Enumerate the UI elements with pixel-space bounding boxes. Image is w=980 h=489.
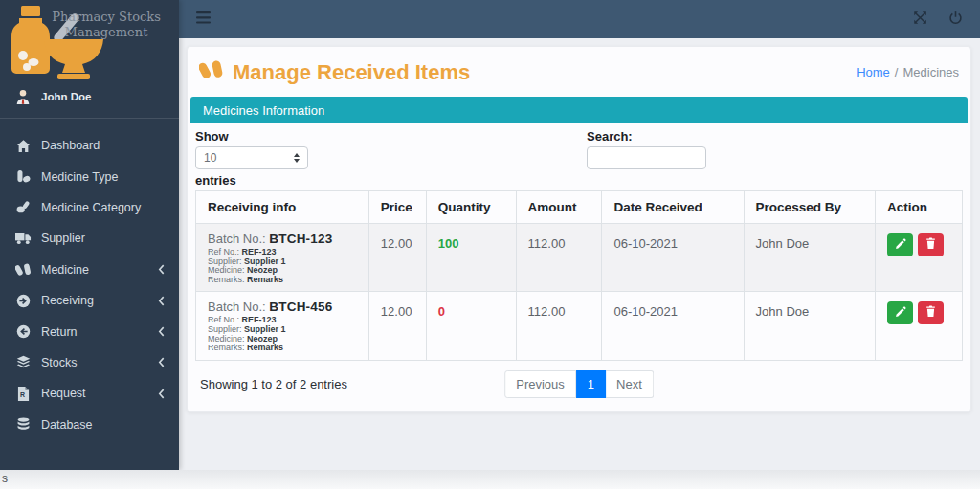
search-control: Search:: [587, 129, 706, 169]
supplier: Supplier 1: [244, 256, 286, 266]
trash-icon: [925, 237, 936, 253]
col-quantity[interactable]: Quantity: [426, 191, 516, 224]
supplier: Supplier 1: [244, 324, 286, 334]
breadcrumb-current: Medicines: [902, 65, 959, 79]
sidebar-item-label: Supplier: [41, 232, 85, 245]
trash-icon: [925, 305, 936, 321]
price-cell: 12.00: [368, 224, 426, 292]
date-received-cell: 06-10-2021: [602, 224, 744, 292]
showing-entries-text: Showing 1 to 2 of 2 entries: [198, 377, 347, 391]
date-received-cell: 06-10-2021: [602, 292, 744, 360]
batch-no: BTCH-456: [269, 300, 332, 314]
chevron-left-icon: [158, 389, 165, 399]
table-row: Batch No.: BTCH-123 Ref No.: REF-123 Sup…: [196, 224, 963, 292]
edit-button[interactable]: [887, 301, 913, 324]
ref-no: REF-123: [242, 247, 277, 256]
delete-button[interactable]: [918, 233, 944, 256]
truck-icon: [14, 231, 32, 246]
app-title: Pharmacy Stocks Management: [38, 10, 174, 39]
chevron-left-icon: [158, 296, 165, 306]
pencil-icon: [895, 306, 906, 321]
pagination: Previous 1 Next: [504, 370, 654, 398]
sidebar-item-label: Dashboard: [41, 139, 100, 152]
sidebar-item-medicine-category[interactable]: Medicine Category: [0, 192, 179, 223]
medicine: Neozep: [247, 265, 278, 275]
chevron-left-icon: [158, 357, 165, 367]
price-cell: 12.00: [368, 292, 426, 360]
amount-cell: 112.00: [516, 292, 602, 360]
sidebar-item-medicine-type[interactable]: Medicine Type: [0, 161, 179, 191]
expand-arrows-icon: [913, 11, 927, 28]
entries-label: entries: [195, 173, 963, 188]
sidebar-item-label: Return: [41, 325, 78, 339]
page-length-select[interactable]: 10: [195, 146, 308, 169]
quantity-value: 100: [438, 231, 504, 251]
chevron-left-icon: [158, 326, 165, 337]
pills-icon: [14, 169, 32, 185]
chevron-left-icon: [158, 264, 165, 275]
medicines-table: Receiving info Price Quantity Amount Dat…: [195, 190, 963, 361]
quantity-cell: 100: [426, 224, 516, 292]
search-input[interactable]: [587, 146, 706, 169]
sidebar-item-label: Request: [41, 387, 86, 400]
sidebar-item-database[interactable]: Database: [0, 410, 179, 440]
col-receiving-info[interactable]: Receiving info: [196, 191, 369, 224]
receiving-info-cell: Batch No.: BTCH-123 Ref No.: REF-123 Sup…: [196, 224, 369, 292]
col-date-received[interactable]: Date Received: [602, 191, 744, 224]
logout-button[interactable]: [948, 11, 963, 28]
user-block: John Doe: [0, 82, 179, 119]
col-processed-by[interactable]: Processed By: [744, 191, 875, 224]
sidebar-item-label: Medicine: [41, 263, 89, 277]
pagination-page-1-button[interactable]: 1: [576, 370, 606, 398]
pagination-next-button[interactable]: Next: [606, 370, 654, 398]
arrow-circle-right-icon: [14, 293, 32, 308]
select-caret-icon: [294, 153, 300, 163]
action-cell: [876, 292, 963, 360]
action-cell: [876, 224, 963, 292]
panel-header: Medicines Information: [190, 97, 968, 123]
svg-text:R: R: [19, 391, 24, 398]
layers-icon: [14, 355, 32, 370]
remarks: Remarks: [247, 343, 283, 352]
search-label: Search:: [587, 129, 706, 144]
sidebar-toggle-button[interactable]: [196, 11, 211, 27]
show-label: Show: [195, 129, 963, 144]
page-length-control: Show 10 entries: [195, 129, 963, 188]
home-icon: [14, 138, 32, 153]
receiving-info-cell: Batch No.: BTCH-456 Ref No.: REF-123 Sup…: [196, 292, 369, 360]
fullscreen-button[interactable]: [913, 11, 927, 28]
database-icon: [14, 417, 32, 433]
pagination-previous-button[interactable]: Previous: [504, 370, 576, 398]
sidebar-item-stocks[interactable]: Stocks: [0, 347, 179, 378]
sidebar-item-request[interactable]: R Request: [0, 378, 179, 409]
sidebar-item-medicine[interactable]: Medicine: [0, 255, 179, 285]
sidebar-item-receiving[interactable]: Receiving: [0, 285, 179, 316]
col-price[interactable]: Price: [368, 191, 426, 224]
sidebar-item-return[interactable]: Return: [0, 316, 179, 346]
content-card: Manage Received Items Home/Medicines Med…: [187, 46, 971, 412]
status-bar-text: s: [2, 472, 8, 485]
col-action[interactable]: Action: [876, 191, 963, 224]
edit-button[interactable]: [887, 233, 913, 256]
ref-no: REF-123: [242, 315, 277, 324]
breadcrumb-separator: /: [895, 65, 899, 79]
sidebar-item-supplier[interactable]: Supplier: [0, 223, 179, 254]
delete-button[interactable]: [918, 301, 944, 324]
sidebar-item-label: Stocks: [41, 356, 78, 369]
user-avatar-icon: [14, 88, 32, 105]
capsules-icon: [199, 59, 224, 85]
table-header-row: Receiving info Price Quantity Amount Dat…: [196, 191, 963, 224]
remarks: Remarks: [247, 275, 283, 284]
power-icon: [948, 11, 963, 28]
quantity-value: 0: [438, 299, 504, 319]
col-amount[interactable]: Amount: [516, 191, 602, 224]
arrow-circle-left-icon: [14, 324, 32, 340]
file-prescription-icon: R: [14, 386, 32, 401]
capsules-icon: [14, 262, 32, 278]
sidebar-item-dashboard[interactable]: Dashboard: [0, 130, 179, 161]
page-title: Manage Received Items: [199, 59, 470, 85]
breadcrumb: Home/Medicines: [857, 65, 959, 79]
breadcrumb-home-link[interactable]: Home: [857, 65, 890, 79]
processed-by-cell: John Doe: [744, 224, 875, 292]
medicine: Neozep: [247, 334, 278, 344]
